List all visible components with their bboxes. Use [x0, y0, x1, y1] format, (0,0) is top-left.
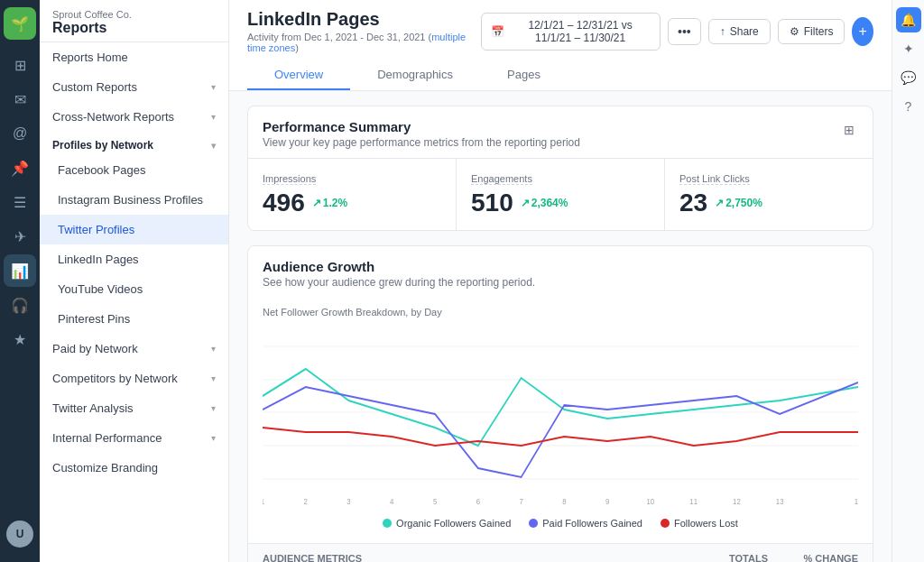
engagements-label: Engagements — [471, 173, 532, 185]
sidebar-item-customize-branding[interactable]: Customize Branding — [40, 453, 228, 483]
svg-text:7: 7 — [519, 496, 523, 506]
home-icon[interactable]: ⊞ — [4, 49, 36, 81]
engagements-change: ↗ 2,364% — [521, 197, 568, 209]
share-icon: ↑ — [720, 25, 725, 38]
top-header: LinkedIn Pages Activity from Dec 1, 2021… — [229, 0, 892, 91]
audience-growth-subtitle: See how your audience grew during the re… — [263, 276, 535, 289]
sidebar-item-linkedin-pages[interactable]: LinkedIn Pages — [40, 244, 228, 274]
sidebar-item-twitter-analysis[interactable]: Twitter Analysis ▾ — [40, 393, 228, 423]
youtube-videos-label: YouTube Videos — [58, 282, 143, 296]
sparkle-icon[interactable]: ✦ — [896, 36, 921, 61]
sidebar-item-reports-home[interactable]: Reports Home — [40, 42, 228, 72]
main-content: LinkedIn Pages Activity from Dec 1, 2021… — [229, 0, 892, 562]
impressions-label: Impressions — [263, 173, 316, 185]
customize-branding-label: Customize Branding — [52, 461, 158, 474]
performance-summary-title: Performance Summary — [263, 119, 580, 134]
linkedin-pages-label: LinkedIn Pages — [58, 253, 139, 266]
col-pct-change: % Change — [768, 553, 858, 562]
lost-label: Followers Lost — [674, 518, 738, 529]
svg-text:6: 6 — [476, 496, 481, 506]
sidebar-item-custom-reports[interactable]: Custom Reports ▾ — [40, 72, 228, 102]
svg-text:4: 4 — [390, 496, 394, 506]
tasks-icon[interactable]: 📌 — [4, 152, 36, 184]
performance-summary-card: Performance Summary View your key page p… — [247, 106, 873, 231]
user-avatar[interactable]: U — [6, 521, 33, 548]
notification-icon[interactable]: 🔔 — [896, 7, 921, 32]
filter-icon: ⚙ — [790, 25, 799, 38]
create-button[interactable]: + — [852, 17, 873, 46]
icon-rail: 🌱 ⊞ ✉ @ 📌 ☰ ✈ 📊 🎧 ★ U — [0, 0, 40, 562]
sidebar-item-facebook-pages[interactable]: Facebook Pages — [40, 155, 228, 185]
filters-button[interactable]: ⚙ Filters — [778, 19, 845, 44]
pinterest-pins-label: Pinterest Pins — [58, 312, 130, 326]
chat-icon[interactable]: 💬 — [896, 65, 921, 90]
date-range-button[interactable]: 📅 12/1/21 – 12/31/21 vs 11/1/21 – 11/30/… — [481, 13, 661, 51]
analytics-icon[interactable]: 📊 — [4, 254, 36, 287]
metrics-table-header: Audience Metrics Totals % Change — [248, 544, 873, 562]
mentions-icon[interactable]: @ — [4, 117, 36, 150]
chevron-icon: ▾ — [211, 433, 216, 443]
sidebar-item-cross-network[interactable]: Cross-Network Reports ▾ — [40, 102, 228, 132]
audience-growth-title: Audience Growth — [263, 259, 535, 274]
twitter-analysis-label: Twitter Analysis — [52, 401, 134, 415]
profiles-by-network-label: Profiles by Network — [52, 139, 153, 152]
impressions-change: ↗ 1.2% — [312, 197, 347, 209]
sidebar-item-pinterest-pins[interactable]: Pinterest Pins — [40, 304, 228, 334]
twitter-profiles-label: Twitter Profiles — [58, 223, 134, 236]
chevron-icon: ▾ — [211, 141, 216, 151]
sidebar-section-title: Reports — [52, 20, 216, 36]
feed-icon[interactable]: ☰ — [4, 186, 36, 218]
svg-text:10: 10 — [647, 496, 655, 506]
svg-text:14: 14 — [855, 496, 858, 506]
performance-grid: Impressions 496 ↗ 1.2% Engagements 510 ↗… — [248, 158, 873, 230]
engagements-metric: Engagements 510 ↗ 2,364% — [457, 159, 665, 230]
col-totals: Totals — [660, 553, 768, 562]
chevron-icon: ▾ — [211, 373, 216, 383]
col-audience-metrics: Audience Metrics — [263, 553, 660, 562]
legend-paid: Paid Followers Gained — [529, 518, 642, 529]
star-icon[interactable]: ★ — [4, 323, 36, 355]
paid-label: Paid Followers Gained — [542, 518, 642, 529]
company-name: Sprout Coffee Co. — [52, 9, 216, 20]
paid-by-network-label: Paid by Network — [52, 342, 138, 355]
grid-view-icon[interactable]: ⊞ — [840, 119, 858, 141]
cross-network-label: Cross-Network Reports — [52, 110, 174, 124]
chart-legend: Organic Followers Gained Paid Followers … — [263, 518, 858, 529]
listen-icon[interactable]: 🎧 — [4, 289, 36, 321]
help-icon[interactable]: ? — [896, 94, 921, 119]
reports-home-label: Reports Home — [52, 51, 128, 64]
sidebar-item-twitter-profiles[interactable]: Twitter Profiles — [40, 215, 228, 244]
sidebar-item-youtube-videos[interactable]: YouTube Videos — [40, 274, 228, 304]
tab-demographics[interactable]: Demographics — [350, 60, 480, 90]
internal-performance-label: Internal Performance — [52, 431, 162, 445]
sidebar-item-instagram-business[interactable]: Instagram Business Profiles — [40, 185, 228, 215]
sidebar-item-internal-performance[interactable]: Internal Performance ▾ — [40, 423, 228, 453]
more-options-button[interactable]: ••• — [668, 18, 701, 45]
tab-overview[interactable]: Overview — [247, 60, 350, 90]
impressions-metric: Impressions 496 ↗ 1.2% — [248, 159, 457, 230]
share-button[interactable]: ↑ Share — [708, 19, 771, 44]
chart-area: Net Follower Growth Breakdown, by Day 60… — [248, 298, 873, 543]
post-link-clicks-value: 23 ↗ 2,750% — [679, 189, 858, 217]
organic-label: Organic Followers Gained — [396, 518, 511, 529]
svg-text:3: 3 — [346, 496, 351, 506]
chevron-icon: ▾ — [211, 112, 216, 122]
sidebar-item-profiles-by-network[interactable]: Profiles by Network ▾ — [40, 132, 228, 155]
tab-pages[interactable]: Pages — [480, 60, 568, 90]
lost-dot — [661, 519, 670, 528]
page-subtitle: Activity from Dec 1, 2021 - Dec 31, 2021… — [247, 32, 481, 53]
calendar-icon: 📅 — [491, 25, 504, 38]
inbox-icon[interactable]: ✉ — [4, 83, 36, 115]
svg-text:2: 2 — [304, 496, 309, 506]
chevron-icon: ▾ — [211, 344, 216, 354]
publish-icon[interactable]: ✈ — [4, 220, 36, 253]
sidebar-header: Sprout Coffee Co. Reports — [40, 0, 228, 42]
instagram-business-label: Instagram Business Profiles — [58, 193, 203, 207]
sidebar-item-competitors-by-network[interactable]: Competitors by Network ▾ — [40, 364, 228, 393]
svg-text:11: 11 — [689, 496, 698, 506]
performance-summary-subtitle: View your key page performance metrics f… — [263, 136, 580, 149]
chevron-icon: ▾ — [211, 403, 216, 413]
line-chart-svg: 60 20 0 -20 1 Dec 2 3 — [263, 328, 858, 509]
sidebar-item-paid-by-network[interactable]: Paid by Network ▾ — [40, 334, 228, 364]
line-chart-container: 60 20 0 -20 1 Dec 2 3 — [263, 328, 858, 509]
